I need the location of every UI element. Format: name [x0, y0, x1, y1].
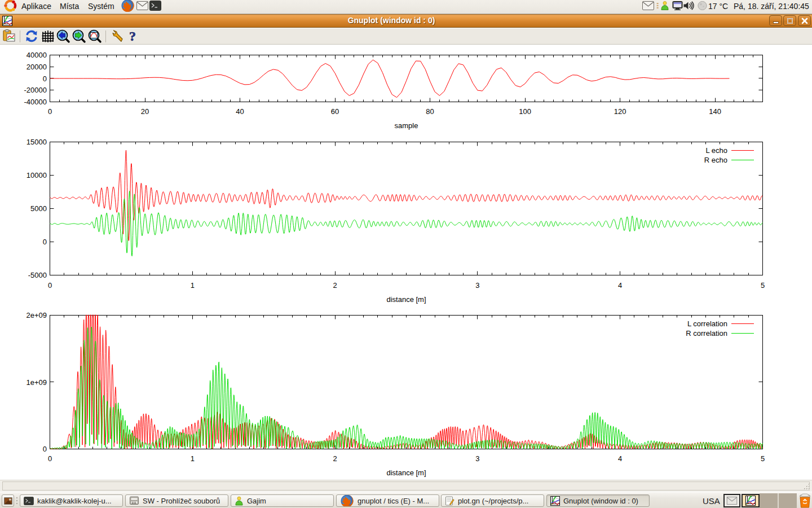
svg-text:1e+09: 1e+09 — [26, 378, 47, 387]
svg-text:0: 0 — [48, 281, 52, 290]
svg-text:2: 2 — [333, 454, 337, 463]
svg-text:?: ? — [129, 29, 136, 43]
svg-text:5000: 5000 — [30, 204, 47, 213]
svg-text:5: 5 — [761, 281, 765, 290]
svg-text:0: 0 — [43, 238, 47, 246]
svg-text:4: 4 — [618, 454, 622, 463]
svg-text:140: 140 — [709, 107, 721, 116]
svg-text:4: 4 — [618, 281, 622, 290]
svg-text:15000: 15000 — [27, 138, 47, 146]
svg-text:60: 60 — [331, 107, 339, 116]
svg-text:100: 100 — [519, 107, 531, 116]
svg-text:R correlation: R correlation — [686, 329, 727, 338]
svg-text:40: 40 — [236, 107, 244, 116]
svg-text:distance [m]: distance [m] — [386, 295, 426, 304]
svg-text:R echo: R echo — [704, 156, 727, 164]
svg-text:20000: 20000 — [27, 63, 47, 71]
svg-text:3: 3 — [475, 281, 479, 290]
svg-text:10000: 10000 — [27, 171, 47, 179]
svg-text:L echo: L echo — [705, 146, 727, 155]
svg-text:0: 0 — [48, 454, 52, 463]
svg-text:1: 1 — [191, 281, 195, 290]
svg-text:3: 3 — [475, 454, 479, 463]
svg-text:-40000: -40000 — [24, 98, 47, 106]
svg-text:L correlation: L correlation — [687, 319, 727, 328]
svg-text:-20000: -20000 — [24, 86, 47, 94]
svg-text:1: 1 — [191, 454, 195, 463]
svg-text:0: 0 — [43, 75, 47, 83]
svg-text:0: 0 — [43, 445, 47, 453]
svg-text:120: 120 — [614, 107, 626, 116]
svg-text:0: 0 — [48, 107, 52, 116]
svg-text:sample: sample — [395, 121, 418, 130]
svg-text:40000: 40000 — [27, 51, 47, 59]
svg-text:2: 2 — [333, 281, 337, 290]
svg-text:-5000: -5000 — [28, 271, 47, 279]
svg-text:2e+09: 2e+09 — [26, 311, 47, 319]
svg-text:5: 5 — [761, 454, 765, 463]
svg-text:80: 80 — [426, 107, 434, 116]
svg-text:distance [m]: distance [m] — [386, 468, 426, 477]
svg-text:20: 20 — [141, 107, 149, 116]
